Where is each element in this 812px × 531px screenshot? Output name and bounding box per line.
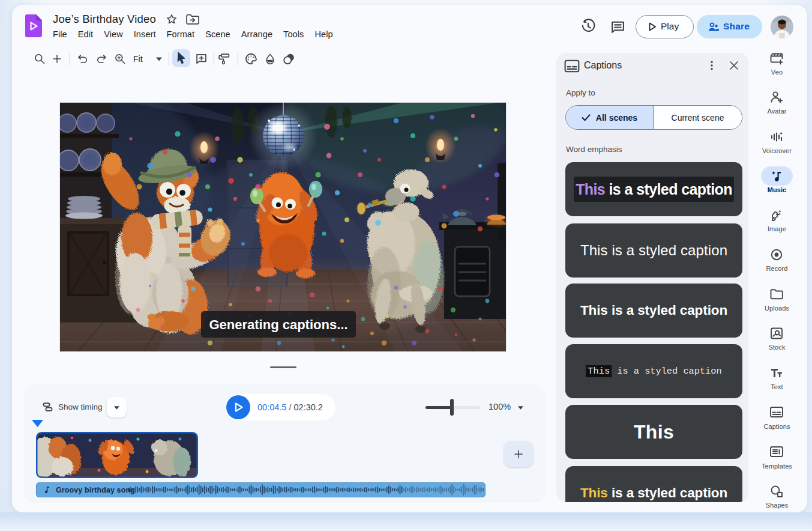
svg-text:Generating captions...: Generating captions...	[209, 317, 347, 332]
